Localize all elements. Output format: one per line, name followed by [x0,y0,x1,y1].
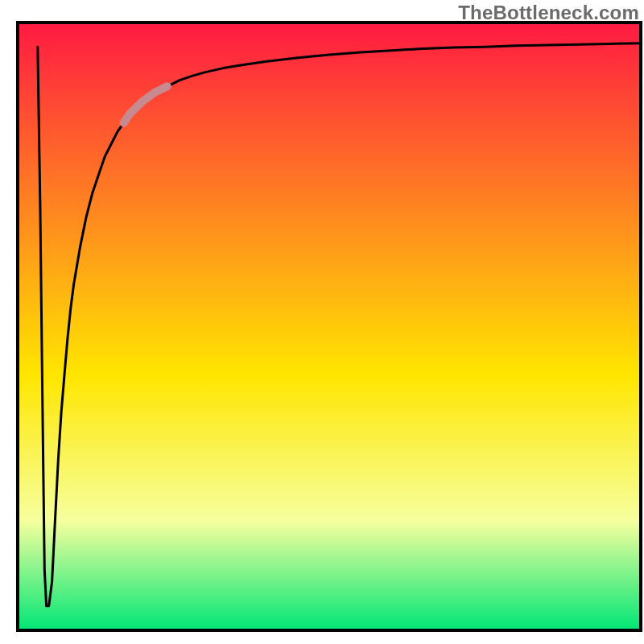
bottleneck-chart: TheBottleneck.com [0,0,644,644]
plot-gradient-bg [18,23,641,630]
chart-canvas [0,0,644,644]
